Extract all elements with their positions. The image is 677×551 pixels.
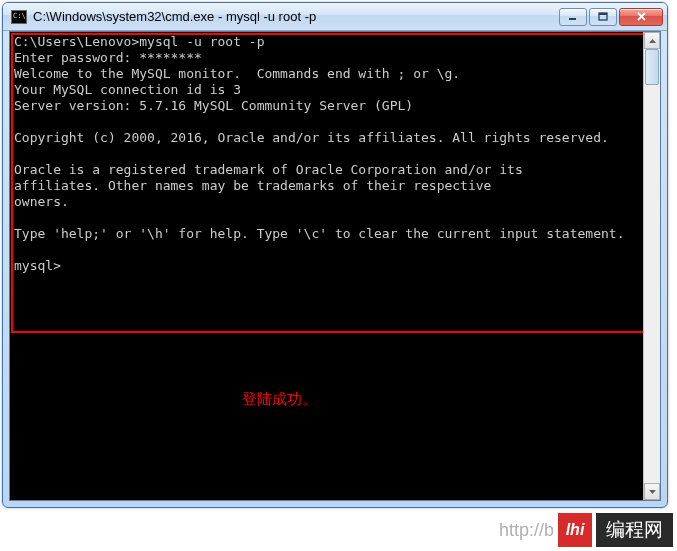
watermark-site: 编程网 <box>596 513 673 547</box>
watermark-url: http://b <box>499 520 554 541</box>
close-icon <box>636 12 647 21</box>
titlebar[interactable]: C:\Windows\system32\cmd.exe - mysql -u r… <box>3 3 667 31</box>
scroll-track[interactable] <box>644 49 660 483</box>
success-annotation: 登陆成功。 <box>242 390 317 409</box>
terminal-output[interactable]: C:\Users\Lenovo>mysql -u root -p Enter p… <box>10 32 643 500</box>
minimize-icon <box>568 13 578 21</box>
watermark-badge: lhi <box>558 513 592 547</box>
vertical-scrollbar[interactable] <box>643 32 660 500</box>
scroll-up-button[interactable] <box>644 32 660 49</box>
svg-rect-0 <box>569 18 576 20</box>
cmd-icon <box>11 10 27 24</box>
maximize-icon <box>598 12 608 21</box>
client-area: C:\Users\Lenovo>mysql -u root -p Enter p… <box>9 31 661 501</box>
maximize-button[interactable] <box>589 8 617 26</box>
chevron-up-icon <box>649 39 656 43</box>
close-button[interactable] <box>619 8 663 26</box>
minimize-button[interactable] <box>559 8 587 26</box>
command-prompt-window: C:\Windows\system32\cmd.exe - mysql -u r… <box>2 2 668 508</box>
window-title: C:\Windows\system32\cmd.exe - mysql -u r… <box>33 9 559 24</box>
window-controls <box>559 8 663 26</box>
scroll-down-button[interactable] <box>644 483 660 500</box>
scroll-thumb[interactable] <box>645 49 659 85</box>
watermark: http://b lhi 编程网 <box>499 513 673 547</box>
svg-rect-2 <box>599 13 607 15</box>
chevron-down-icon <box>649 490 656 494</box>
